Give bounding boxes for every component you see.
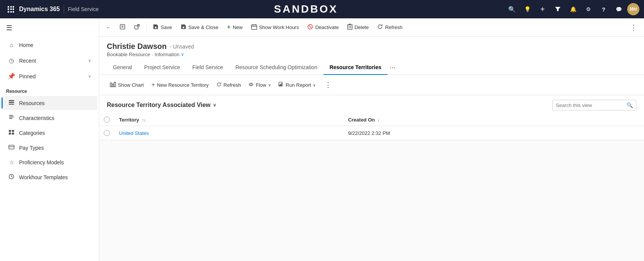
svg-rect-27: [348, 25, 352, 29]
nav-icons: 🔍 💡 + 🔔 ⚙ ? 💬 MH: [505, 2, 639, 16]
breadcrumb-view[interactable]: Information: [155, 52, 179, 57]
table-wrapper: Territory ↑↓ Created On ↓: [99, 113, 644, 261]
new-resource-territory-button[interactable]: + New Resource Territory: [148, 79, 212, 90]
sidebar-item-characteristics[interactable]: Characteristics: [2, 111, 97, 125]
record-unsaved-badge: - Unsaved: [170, 44, 194, 50]
breadcrumb-entity: Bookable Resource: [107, 52, 150, 57]
tab-resource-territories[interactable]: Resource Territories: [324, 60, 388, 75]
save-button[interactable]: Save: [149, 21, 176, 33]
grid-icon[interactable]: [8, 6, 14, 13]
tab-project-service[interactable]: Project Service: [138, 60, 186, 75]
table-row: United States 9/22/2022 2:32 PM: [99, 126, 644, 140]
settings-icon-button[interactable]: ⚙: [581, 2, 595, 16]
top-navigation: Dynamics 365 Field Service SANDBOX 🔍 💡 +…: [0, 0, 644, 18]
bell-icon-button[interactable]: 🔔: [566, 2, 580, 16]
sidebar-item-recent[interactable]: ◷ Recent ∨: [2, 53, 97, 68]
more-options-button[interactable]: ⋮: [626, 21, 641, 34]
record-tabs: General Project Service Field Service Re…: [99, 60, 644, 75]
new-button[interactable]: + New: [223, 21, 246, 34]
svg-rect-2: [9, 102, 14, 103]
run-report-chevron: ∨: [313, 83, 316, 87]
home-icon: ⌂: [8, 42, 15, 49]
svg-rect-3: [9, 104, 14, 105]
svg-rect-38: [282, 83, 282, 86]
sidebar-item-pinned[interactable]: 📌 Pinned ∨: [2, 69, 97, 84]
sidebar-item-proficiency-models[interactable]: ☆ Proficiency Models: [2, 156, 97, 169]
avatar[interactable]: MH: [627, 3, 639, 15]
chat-icon-button[interactable]: 💬: [612, 2, 626, 16]
calendar-icon: [251, 24, 257, 31]
tab-rso[interactable]: Resource Scheduling Optimization: [229, 60, 324, 75]
characteristics-icon: [8, 114, 15, 122]
save-close-label: Save & Close: [188, 24, 219, 30]
new-resource-territory-icon: +: [151, 81, 155, 88]
recent-chevron: ∨: [88, 58, 91, 63]
run-report-button[interactable]: Run Report ∨: [275, 80, 319, 90]
bulb-icon-button[interactable]: 💡: [520, 2, 534, 16]
svg-rect-5: [9, 117, 14, 117]
created-on-value: 9/22/2022 2:32 PM: [348, 130, 390, 136]
search-submit-button[interactable]: 🔍: [623, 100, 636, 110]
pay-types-icon: [8, 144, 15, 151]
flow-chevron: ∨: [268, 83, 271, 87]
deactivate-label: Deactivate: [315, 24, 338, 30]
add-nav-button[interactable]: +: [536, 2, 549, 16]
workhour-label: Workhour Templates: [19, 174, 68, 180]
help-icon-button[interactable]: ?: [597, 2, 610, 16]
record-header: Christie Dawson - Unsaved Bookable Resou…: [99, 37, 644, 57]
sidebar-item-home[interactable]: ⌂ Home: [2, 38, 97, 52]
select-all-checkbox[interactable]: [104, 117, 110, 123]
open-in-new-button[interactable]: [130, 21, 144, 33]
hamburger-button[interactable]: ☰: [0, 18, 99, 37]
refresh-button[interactable]: Refresh: [373, 21, 406, 33]
svg-rect-8: [12, 130, 14, 132]
sub-area: Show Chart + New Resource Territory Refr…: [99, 75, 644, 261]
sidebar-item-pay-types[interactable]: Pay Types: [2, 141, 97, 155]
main-toolbar: ←: [99, 18, 644, 37]
form-view-button[interactable]: [116, 21, 129, 33]
breadcrumb-chevron[interactable]: ∨: [181, 52, 184, 57]
svg-rect-1: [9, 100, 14, 101]
delete-label: Delete: [354, 24, 369, 30]
deactivate-button[interactable]: Deactivate: [303, 21, 342, 33]
categories-icon: [8, 129, 15, 136]
sidebar-item-workhour-templates[interactable]: Workhour Templates: [2, 170, 97, 184]
delete-button[interactable]: Delete: [343, 21, 373, 33]
proficiency-icon: ☆: [8, 159, 15, 166]
breadcrumb-dot: ·: [151, 52, 153, 57]
created-on-sort-icon: ↓: [378, 118, 380, 122]
tab-general[interactable]: General: [107, 60, 138, 75]
sub-refresh-button[interactable]: Refresh: [213, 80, 244, 90]
row-checkbox[interactable]: [104, 130, 110, 136]
save-close-button[interactable]: Save & Close: [177, 21, 222, 33]
view-title[interactable]: Resource Territory Associated View ∨: [107, 102, 216, 109]
flow-button[interactable]: Flow ∨: [245, 80, 274, 90]
recent-label: Recent: [19, 58, 36, 64]
sidebar-item-categories[interactable]: Categories: [2, 126, 97, 140]
created-on-column-header[interactable]: Created On ↓: [343, 113, 644, 126]
tab-field-service[interactable]: Field Service: [186, 60, 229, 75]
new-resource-territory-label: New Resource Territory: [157, 82, 209, 88]
svg-rect-11: [9, 145, 14, 149]
more-icon: ⋮: [630, 23, 637, 32]
search-input[interactable]: [553, 101, 623, 110]
record-title: Christie Dawson - Unsaved: [107, 42, 636, 51]
show-chart-label: Show Chart: [118, 82, 144, 88]
created-on-col-label: Created On: [348, 117, 375, 123]
back-button[interactable]: ←: [102, 22, 115, 32]
show-chart-button[interactable]: Show Chart: [107, 79, 147, 91]
select-all-column: [99, 113, 114, 126]
pinned-chevron: ∨: [88, 74, 91, 79]
search-box: 🔍: [552, 100, 636, 110]
characteristics-label: Characteristics: [19, 115, 55, 121]
sidebar-item-resources[interactable]: Resources: [2, 96, 97, 110]
territory-link[interactable]: United States: [119, 130, 149, 136]
territory-column-header[interactable]: Territory ↑↓: [114, 113, 343, 126]
sub-more-button[interactable]: ⋮: [322, 79, 335, 91]
categories-label: Categories: [19, 130, 45, 136]
search-nav-button[interactable]: 🔍: [505, 2, 519, 16]
show-work-hours-button[interactable]: Show Work Hours: [247, 21, 303, 33]
proficiency-label: Proficiency Models: [19, 159, 64, 165]
tabs-more-button[interactable]: ···: [388, 60, 398, 75]
filter-nav-button[interactable]: [551, 2, 565, 16]
